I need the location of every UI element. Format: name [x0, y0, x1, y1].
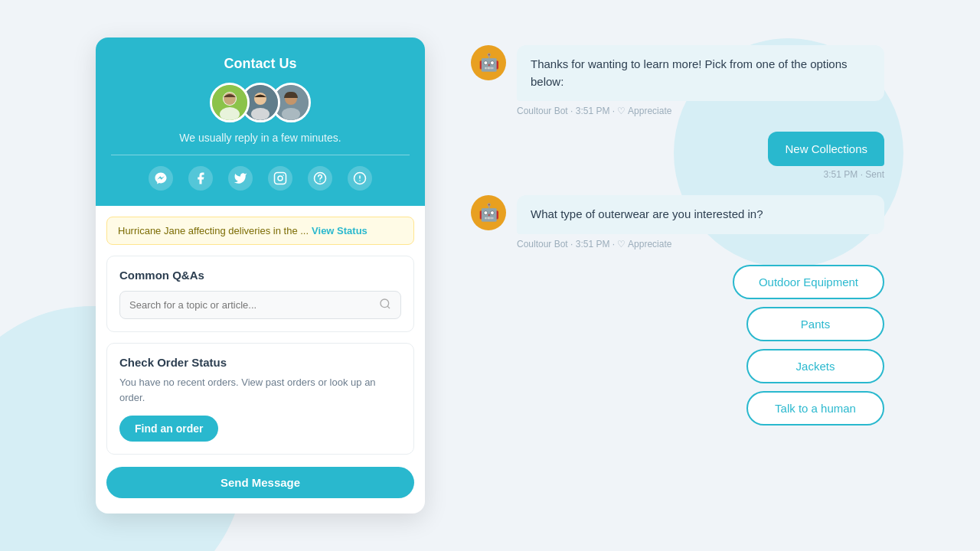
bot-bubble-1: Thanks for wanting to learn more! Pick f…	[517, 45, 884, 101]
svg-point-9	[282, 108, 300, 120]
svg-line-19	[387, 306, 390, 308]
option-pants[interactable]: Pants	[746, 307, 884, 341]
bot-meta-2: Coultour Bot · 3:51 PM · ♡ Appreciate	[517, 239, 884, 249]
facebook-icon[interactable]	[188, 166, 213, 191]
header-divider	[111, 155, 410, 155]
bot-avatar-2: 🤖	[471, 195, 506, 230]
bot-bubble-2: What type of outerwear are you intereste…	[517, 195, 884, 234]
option-outdoor-equipment[interactable]: Outdoor Equipment	[733, 265, 884, 299]
bot-meta-1-text: Coultour Bot · 3:51 PM · ♡ Appreciate	[517, 106, 671, 116]
qna-title: Common Q&As	[119, 269, 401, 282]
widget-header: Contact Us	[96, 37, 425, 206]
svg-point-14	[319, 181, 321, 182]
alert-text: Hurricane Jane affecting deliveries in t…	[118, 225, 309, 236]
help-icon[interactable]	[308, 166, 332, 191]
option-jackets[interactable]: Jackets	[746, 349, 884, 383]
options-group: Outdoor Equipment Pants Jackets Talk to …	[471, 265, 884, 425]
chat-panel: 🤖 Thanks for wanting to learn more! Pick…	[471, 37, 884, 425]
order-description: You have no recent orders. View past ord…	[119, 375, 401, 405]
svg-point-17	[359, 180, 361, 181]
send-message-wrap: Send Message	[96, 455, 425, 514]
svg-point-6	[251, 108, 270, 120]
bot-meta-1: Coultour Bot · 3:51 PM · ♡ Appreciate	[517, 106, 884, 116]
bot-message-2: 🤖 What type of outerwear are you interes…	[471, 195, 884, 249]
bot-avatar-1: 🤖	[471, 45, 506, 80]
contact-widget: Contact Us	[96, 37, 425, 514]
svg-point-18	[381, 299, 389, 308]
svg-point-12	[283, 174, 284, 176]
twitter-icon[interactable]	[228, 166, 253, 191]
search-icon	[379, 298, 391, 312]
user-meta-1: 3:51 PM · Sent	[824, 169, 884, 180]
avatar-1	[210, 83, 250, 122]
user-bubble-1: New Collections	[768, 132, 884, 166]
view-status-link[interactable]: View Status	[312, 225, 368, 236]
info-alert-icon[interactable]	[348, 166, 372, 191]
search-box	[119, 291, 401, 319]
order-section: Check Order Status You have no recent or…	[106, 343, 414, 455]
instagram-icon[interactable]	[268, 166, 292, 191]
find-order-button[interactable]: Find an order	[119, 416, 218, 442]
bot-message-1-content: Thanks for wanting to learn more! Pick f…	[517, 45, 884, 116]
avatar-group	[111, 83, 410, 122]
bot-message-2-content: What type of outerwear are you intereste…	[517, 195, 884, 249]
send-message-button[interactable]: Send Message	[106, 467, 414, 498]
qna-section: Common Q&As	[106, 256, 414, 332]
bot-meta-2-text: Coultour Bot · 3:51 PM · ♡ Appreciate	[517, 239, 671, 249]
widget-title: Contact Us	[111, 56, 410, 72]
svg-rect-10	[275, 173, 286, 184]
bot-message-1: 🤖 Thanks for wanting to learn more! Pick…	[471, 45, 884, 116]
svg-point-11	[278, 176, 283, 181]
search-input[interactable]	[129, 299, 379, 311]
reply-time: We usually reply in a few minutes.	[111, 132, 410, 144]
order-title: Check Order Status	[119, 356, 401, 369]
svg-point-5	[254, 93, 266, 105]
user-message-1: New Collections 3:51 PM · Sent	[471, 132, 884, 180]
option-talk-to-human[interactable]: Talk to a human	[746, 391, 884, 425]
alert-banner: Hurricane Jane affecting deliveries in t…	[106, 217, 414, 245]
widget-body: Hurricane Jane affecting deliveries in t…	[96, 217, 425, 514]
social-icons	[111, 166, 410, 191]
messenger-icon[interactable]	[149, 166, 173, 191]
